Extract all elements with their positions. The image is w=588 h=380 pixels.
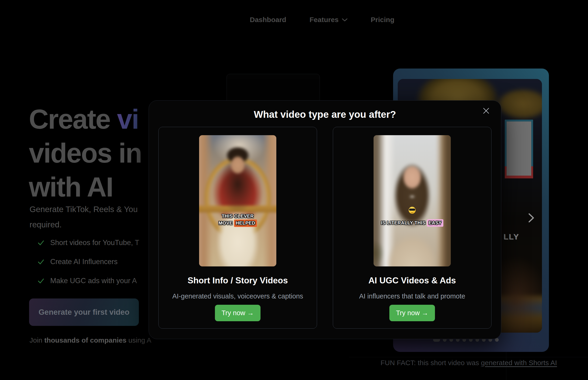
nav-item-pricing[interactable]: Pricing — [371, 16, 395, 24]
hero-headline: Create vi videos in with AI — [29, 102, 141, 204]
video-type-modal: What video type are you after? THIS CLEV… — [149, 100, 501, 339]
fun-fact-prefix: FUN FACT: this short video was — [380, 359, 481, 366]
egyptian-queen-image — [199, 135, 276, 266]
try-now-story-button[interactable]: Try now → — [215, 305, 260, 321]
ugc-card-subtitle: AI influencers that talk and promote — [333, 292, 491, 300]
option-card-story-videos[interactable]: THIS CLEVER MOVE HELPED Short Info / Sto… — [158, 127, 317, 329]
top-nav: Dashboard Features Pricing — [250, 14, 394, 25]
generate-first-video-label: Generate your first video — [39, 308, 129, 317]
ugc-caption-highlight: EASY — [427, 219, 443, 227]
hero-subheadline: Generate TikTok, Reels & You required. — [30, 202, 138, 232]
nav-dashboard-label: Dashboard — [250, 16, 286, 24]
try-now-ugc-button[interactable]: Try now → — [389, 305, 435, 321]
ugc-caption-prefix: IS LITERALLY THIS — [381, 220, 427, 225]
social-proof-suffix: using A — [126, 336, 151, 344]
ugc-card-title: AI UGC Videos & Ads — [333, 276, 491, 285]
story-card-subtitle: AI-generated visuals, voiceovers & capti… — [159, 292, 317, 300]
ai-influencer-image — [374, 135, 451, 266]
option-card-ugc-videos[interactable]: IS LITERALLY THIS EASY AI UGC Videos & A… — [333, 127, 491, 329]
story-thumb-caption: THIS CLEVER MOVE HELPED — [199, 213, 276, 227]
fun-fact-text: FUN FACT: this short video was generated… — [380, 359, 557, 367]
section-divider — [349, 357, 588, 357]
feature-checklist: Short videos for YouTube, T Create AI In… — [37, 236, 139, 294]
checklist-item-label: Create AI Influencers — [50, 258, 118, 266]
check-icon — [37, 239, 45, 247]
chevron-down-icon — [342, 18, 348, 22]
check-icon — [37, 277, 45, 285]
headline-line3: with AI — [29, 170, 141, 204]
nav-pricing-label: Pricing — [371, 16, 395, 24]
caption-box-overlay — [505, 120, 533, 178]
generate-first-video-button[interactable]: Generate your first video — [29, 299, 139, 326]
ugc-video-thumbnail: IS LITERALLY THIS EASY — [374, 135, 451, 266]
headline-line2: videos in — [29, 136, 141, 170]
nav-item-features[interactable]: Features — [310, 16, 348, 24]
social-proof-bold: thousands of companies — [44, 336, 126, 344]
checklist-item: Make UGC ads with your A — [37, 275, 139, 287]
close-icon[interactable] — [480, 104, 493, 117]
subhead-line1: Generate TikTok, Reels & You — [30, 202, 138, 217]
story-card-title: Short Info / Story Videos — [159, 276, 317, 285]
subhead-line2: required. — [30, 217, 138, 232]
story-caption-highlight: HELPED — [234, 220, 257, 227]
checklist-item: Short videos for YouTube, T — [37, 236, 139, 249]
checklist-item-label: Make UGC ads with your A — [50, 277, 137, 285]
social-proof-text: Join thousands of companies using A — [30, 336, 151, 344]
headline-line1-prefix: Create — [29, 104, 117, 134]
ugc-thumb-caption: IS LITERALLY THIS EASY — [374, 219, 451, 227]
headline-line1-accent: vi — [117, 104, 138, 134]
checklist-item: Create AI Influencers — [37, 255, 139, 268]
nav-features-label: Features — [310, 16, 339, 24]
social-proof-prefix: Join — [30, 336, 44, 344]
story-caption-line2-prefix: MOVE — [218, 220, 234, 226]
modal-title: What video type are you after? — [149, 109, 501, 120]
check-icon — [37, 258, 45, 266]
background-caption-fragment: LLY — [504, 232, 519, 241]
sunglasses-emoji-icon — [409, 207, 416, 214]
story-video-thumbnail: THIS CLEVER MOVE HELPED — [199, 135, 276, 266]
nav-item-dashboard[interactable]: Dashboard — [250, 16, 286, 24]
caption-box-gray-fill — [506, 121, 531, 176]
generated-with-shorts-ai-link[interactable]: generated with Shorts AI — [481, 359, 557, 366]
checklist-item-label: Short videos for YouTube, T — [50, 239, 139, 247]
carousel-next-icon[interactable] — [526, 212, 536, 224]
story-caption-line1: THIS CLEVER — [222, 213, 254, 219]
